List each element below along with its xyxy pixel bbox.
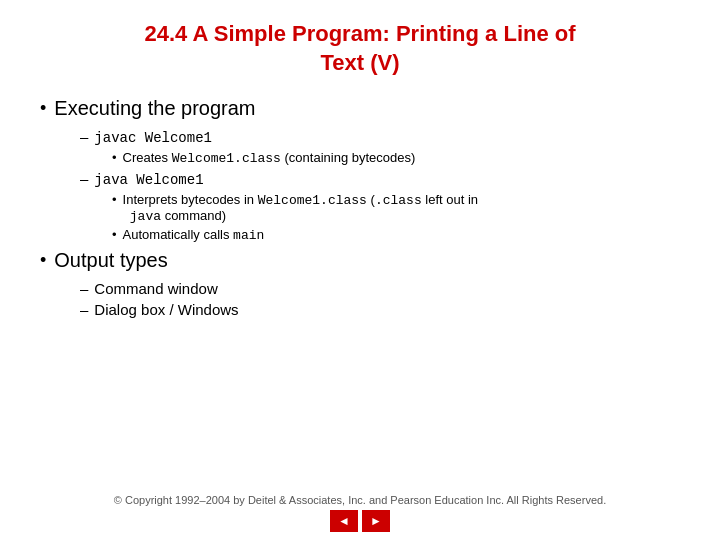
footer-area: © Copyright 1992–2004 by Deitel & Associ…	[0, 494, 720, 532]
nav-row: ◄ ►	[330, 510, 390, 532]
dash-dialog: –	[80, 301, 88, 318]
bullet-executing-text: Executing the program	[54, 97, 255, 120]
nav-prev-button[interactable]: ◄	[330, 510, 358, 532]
bullet-sub-2: •	[112, 192, 117, 207]
dialog-box-text: Dialog box / Windows	[94, 301, 238, 318]
java-note-1-text: Interprets bytecodes in Welcome1.class (…	[123, 192, 479, 224]
title-line2: Text (V)	[320, 50, 399, 75]
sub-item-dialog: – Dialog box / Windows	[80, 301, 680, 318]
slide-title: 24.4 A Simple Program: Printing a Line o…	[40, 20, 680, 77]
bullet-symbol-2: •	[40, 250, 46, 271]
bullet-symbol-1: •	[40, 98, 46, 119]
javac-note-text: Creates Welcome1.class (containing bytec…	[123, 150, 416, 166]
command-window-text: Command window	[94, 280, 217, 297]
sub-sub-list-javac: • Creates Welcome1.class (containing byt…	[112, 150, 680, 166]
title-line1: 24.4 A Simple Program: Printing a Line o…	[144, 21, 575, 46]
java-note-1: • Interprets bytecodes in Welcome1.class…	[112, 192, 680, 224]
sub-list-output: – Command window – Dialog box / Windows	[80, 280, 680, 318]
sub-item-java: – java Welcome1	[80, 170, 680, 188]
dash-java: –	[80, 170, 88, 187]
slide: 24.4 A Simple Program: Printing a Line o…	[0, 0, 720, 540]
java-note-2: • Automatically calls main	[112, 227, 680, 243]
dash-command: –	[80, 280, 88, 297]
bullet-sub-3: •	[112, 227, 117, 242]
sub-item-command: – Command window	[80, 280, 680, 297]
dash-javac: –	[80, 128, 88, 145]
java-code: java Welcome1	[94, 170, 203, 188]
copyright-text: © Copyright 1992–2004 by Deitel & Associ…	[114, 494, 606, 506]
content-area: • Executing the program – javac Welcome1…	[40, 97, 680, 318]
javac-code: javac Welcome1	[94, 128, 212, 146]
bullet-sub-1: •	[112, 150, 117, 165]
bullet-output: • Output types	[40, 249, 680, 272]
sub-item-javac: – javac Welcome1	[80, 128, 680, 146]
sub-list-executing: – javac Welcome1 • Creates Welcome1.clas…	[80, 128, 680, 243]
nav-next-button[interactable]: ►	[362, 510, 390, 532]
bullet-output-text: Output types	[54, 249, 167, 272]
javac-note: • Creates Welcome1.class (containing byt…	[112, 150, 680, 166]
sub-sub-list-java: • Interprets bytecodes in Welcome1.class…	[112, 192, 680, 243]
java-note-2-text: Automatically calls main	[123, 227, 265, 243]
bullet-executing: • Executing the program	[40, 97, 680, 120]
